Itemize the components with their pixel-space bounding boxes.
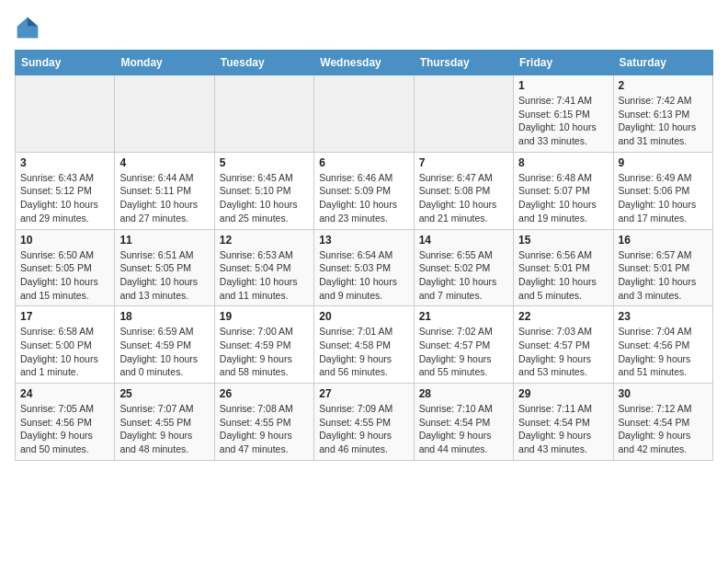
calendar-cell — [115, 75, 214, 153]
day-number: 10 — [20, 234, 109, 247]
day-number: 11 — [119, 234, 209, 247]
day-info: Sunrise: 6:49 AM Sunset: 5:06 PM Dayligh… — [619, 171, 708, 225]
logo — [15, 15, 44, 40]
day-info: Sunrise: 6:57 AM Sunset: 5:01 PM Dayligh… — [619, 248, 708, 303]
day-info: Sunrise: 6:47 AM Sunset: 5:08 PM Dayligh… — [419, 171, 508, 225]
col-header-wednesday: Wednesday — [314, 51, 414, 75]
calendar-week-2: 3Sunrise: 6:43 AM Sunset: 5:12 PM Daylig… — [16, 152, 713, 229]
day-info: Sunrise: 6:55 AM Sunset: 5:02 PM Dayligh… — [419, 248, 508, 303]
calendar-cell: 29Sunrise: 7:11 AM Sunset: 4:54 PM Dayli… — [514, 384, 613, 461]
calendar-table: SundayMondayTuesdayWednesdayThursdayFrid… — [15, 50, 713, 461]
day-info: Sunrise: 6:48 AM Sunset: 5:07 PM Dayligh… — [518, 171, 608, 225]
day-number: 29 — [518, 387, 608, 400]
day-info: Sunrise: 6:53 AM Sunset: 5:04 PM Dayligh… — [220, 248, 309, 303]
day-number: 7 — [419, 156, 508, 169]
svg-rect-2 — [17, 27, 38, 39]
day-info: Sunrise: 6:46 AM Sunset: 5:09 PM Dayligh… — [319, 171, 408, 225]
calendar-cell: 26Sunrise: 7:08 AM Sunset: 4:55 PM Dayli… — [214, 384, 313, 461]
day-number: 1 — [518, 79, 608, 92]
calendar-cell — [314, 75, 414, 153]
calendar-week-1: 1Sunrise: 7:41 AM Sunset: 6:15 PM Daylig… — [16, 75, 713, 153]
calendar-cell: 6Sunrise: 6:46 AM Sunset: 5:09 PM Daylig… — [314, 152, 414, 229]
day-info: Sunrise: 7:01 AM Sunset: 4:58 PM Dayligh… — [319, 325, 408, 379]
calendar-cell: 17Sunrise: 6:58 AM Sunset: 5:00 PM Dayli… — [16, 306, 115, 384]
calendar-cell: 5Sunrise: 6:45 AM Sunset: 5:10 PM Daylig… — [214, 152, 313, 229]
day-info: Sunrise: 7:00 AM Sunset: 4:59 PM Dayligh… — [220, 325, 309, 379]
day-number: 25 — [119, 387, 209, 400]
calendar-cell: 25Sunrise: 7:07 AM Sunset: 4:55 PM Dayli… — [115, 384, 214, 461]
day-info: Sunrise: 7:08 AM Sunset: 4:55 PM Dayligh… — [220, 402, 309, 456]
calendar-cell: 10Sunrise: 6:50 AM Sunset: 5:05 PM Dayli… — [16, 229, 115, 306]
day-number: 8 — [518, 156, 608, 169]
day-info: Sunrise: 7:04 AM Sunset: 4:56 PM Dayligh… — [619, 325, 708, 379]
day-number: 30 — [619, 387, 708, 400]
col-header-saturday: Saturday — [613, 51, 712, 75]
page-header — [15, 15, 713, 40]
day-number: 23 — [619, 310, 708, 323]
calendar-cell: 24Sunrise: 7:05 AM Sunset: 4:56 PM Dayli… — [16, 384, 115, 461]
day-info: Sunrise: 6:59 AM Sunset: 4:59 PM Dayligh… — [119, 325, 209, 379]
day-info: Sunrise: 7:02 AM Sunset: 4:57 PM Dayligh… — [419, 325, 508, 379]
col-header-monday: Monday — [115, 51, 214, 75]
day-info: Sunrise: 7:07 AM Sunset: 4:55 PM Dayligh… — [119, 402, 209, 456]
day-number: 5 — [220, 156, 309, 169]
day-info: Sunrise: 6:45 AM Sunset: 5:10 PM Dayligh… — [220, 171, 309, 225]
day-info: Sunrise: 6:50 AM Sunset: 5:05 PM Dayligh… — [20, 248, 109, 303]
day-number: 6 — [319, 156, 408, 169]
svg-marker-1 — [28, 17, 38, 27]
calendar-header-row: SundayMondayTuesdayWednesdayThursdayFrid… — [16, 51, 713, 75]
day-info: Sunrise: 7:41 AM Sunset: 6:15 PM Dayligh… — [518, 94, 608, 148]
calendar-cell — [414, 75, 513, 153]
day-info: Sunrise: 6:56 AM Sunset: 5:01 PM Dayligh… — [518, 248, 608, 303]
day-info: Sunrise: 6:44 AM Sunset: 5:11 PM Dayligh… — [119, 171, 209, 225]
calendar-cell: 30Sunrise: 7:12 AM Sunset: 4:54 PM Dayli… — [613, 384, 712, 461]
calendar-cell — [214, 75, 313, 153]
day-number: 26 — [220, 387, 309, 400]
day-number: 14 — [419, 234, 508, 247]
day-number: 24 — [20, 387, 109, 400]
calendar-cell: 1Sunrise: 7:41 AM Sunset: 6:15 PM Daylig… — [514, 75, 613, 153]
calendar-cell: 2Sunrise: 7:42 AM Sunset: 6:13 PM Daylig… — [613, 75, 712, 153]
calendar-cell: 21Sunrise: 7:02 AM Sunset: 4:57 PM Dayli… — [414, 306, 513, 384]
calendar-cell: 27Sunrise: 7:09 AM Sunset: 4:55 PM Dayli… — [314, 384, 414, 461]
day-info: Sunrise: 6:54 AM Sunset: 5:03 PM Dayligh… — [319, 248, 408, 303]
calendar-cell: 9Sunrise: 6:49 AM Sunset: 5:06 PM Daylig… — [613, 152, 712, 229]
calendar-cell: 14Sunrise: 6:55 AM Sunset: 5:02 PM Dayli… — [414, 229, 513, 306]
day-number: 18 — [119, 310, 209, 323]
day-info: Sunrise: 7:12 AM Sunset: 4:54 PM Dayligh… — [619, 402, 708, 456]
day-number: 21 — [419, 310, 508, 323]
calendar-cell: 19Sunrise: 7:00 AM Sunset: 4:59 PM Dayli… — [214, 306, 313, 384]
calendar-cell: 3Sunrise: 6:43 AM Sunset: 5:12 PM Daylig… — [16, 152, 115, 229]
calendar-cell: 20Sunrise: 7:01 AM Sunset: 4:58 PM Dayli… — [314, 306, 414, 384]
day-number: 20 — [319, 310, 408, 323]
calendar-cell: 28Sunrise: 7:10 AM Sunset: 4:54 PM Dayli… — [414, 384, 513, 461]
calendar-cell: 12Sunrise: 6:53 AM Sunset: 5:04 PM Dayli… — [214, 229, 313, 306]
col-header-tuesday: Tuesday — [214, 51, 313, 75]
day-number: 17 — [20, 310, 109, 323]
day-number: 27 — [319, 387, 408, 400]
day-info: Sunrise: 7:03 AM Sunset: 4:57 PM Dayligh… — [518, 325, 608, 379]
calendar-week-3: 10Sunrise: 6:50 AM Sunset: 5:05 PM Dayli… — [16, 229, 713, 306]
day-info: Sunrise: 7:05 AM Sunset: 4:56 PM Dayligh… — [20, 402, 109, 456]
calendar-cell: 13Sunrise: 6:54 AM Sunset: 5:03 PM Dayli… — [314, 229, 414, 306]
day-number: 28 — [419, 387, 508, 400]
col-header-sunday: Sunday — [16, 51, 115, 75]
day-number: 2 — [619, 79, 708, 92]
calendar-cell: 8Sunrise: 6:48 AM Sunset: 5:07 PM Daylig… — [514, 152, 613, 229]
calendar-cell: 18Sunrise: 6:59 AM Sunset: 4:59 PM Dayli… — [115, 306, 214, 384]
calendar-cell — [16, 75, 115, 153]
day-info: Sunrise: 7:09 AM Sunset: 4:55 PM Dayligh… — [319, 402, 408, 456]
day-number: 12 — [220, 234, 309, 247]
day-info: Sunrise: 6:43 AM Sunset: 5:12 PM Dayligh… — [20, 171, 109, 225]
calendar-cell: 4Sunrise: 6:44 AM Sunset: 5:11 PM Daylig… — [115, 152, 214, 229]
calendar-cell: 23Sunrise: 7:04 AM Sunset: 4:56 PM Dayli… — [613, 306, 712, 384]
day-info: Sunrise: 7:42 AM Sunset: 6:13 PM Dayligh… — [619, 94, 708, 148]
logo-icon — [15, 15, 40, 40]
day-number: 16 — [619, 234, 708, 247]
calendar-cell: 11Sunrise: 6:51 AM Sunset: 5:05 PM Dayli… — [115, 229, 214, 306]
day-number: 9 — [619, 156, 708, 169]
day-number: 15 — [518, 234, 608, 247]
day-number: 13 — [319, 234, 408, 247]
day-number: 4 — [119, 156, 209, 169]
calendar-cell: 22Sunrise: 7:03 AM Sunset: 4:57 PM Dayli… — [514, 306, 613, 384]
